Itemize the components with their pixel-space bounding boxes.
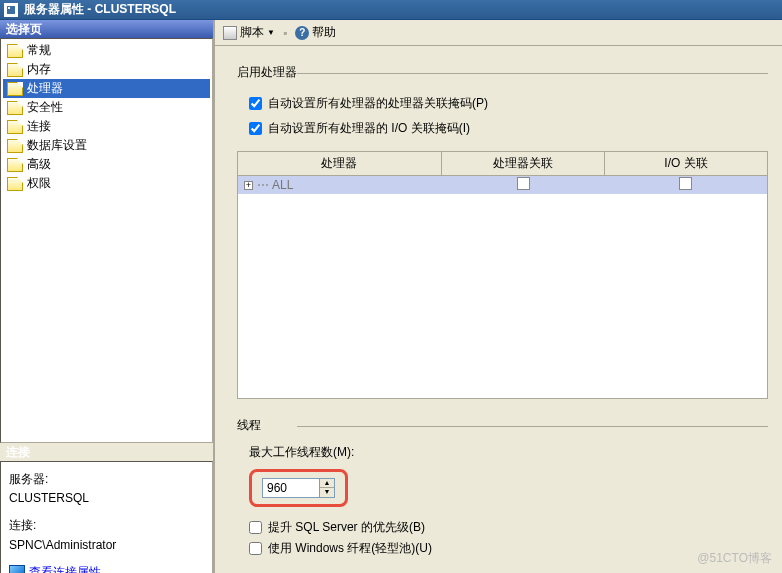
auto-processor-affinity-checkbox[interactable]: 自动设置所有处理器的处理器关联掩码(P) [249,95,768,112]
use-fibers-checkbox[interactable]: 使用 Windows 纤程(轻型池)(U) [249,540,768,557]
tree-item-advanced[interactable]: 高级 [3,155,210,174]
tree-item-general[interactable]: 常规 [3,41,210,60]
boost-priority-checkbox[interactable]: 提升 SQL Server 的优先级(B) [249,519,768,536]
grid-row-all[interactable]: + ⋯ ALL [238,176,767,194]
page-tree[interactable]: 常规 内存 处理器 安全性 连接 数据库设置 高级 权限 [0,38,213,443]
script-button[interactable]: 脚本 ▼ [223,24,275,41]
window-icon [4,3,18,17]
select-page-header: 选择页 [0,20,213,38]
tree-item-security[interactable]: 安全性 [3,98,210,117]
auto-io-affinity-checkbox[interactable]: 自动设置所有处理器的 I/O 关联掩码(I) [249,120,768,137]
col-io-affinity[interactable]: I/O 关联 [605,152,767,175]
page-icon [7,63,23,77]
conn-label: 连接: [9,516,204,535]
page-icon [7,82,23,96]
chevron-down-icon: ▼ [267,28,275,37]
spinner-down-icon[interactable]: ▼ [320,488,334,497]
svg-rect-1 [8,7,10,9]
left-panel: 选择页 常规 内存 处理器 安全性 连接 数据库设置 高级 权限 连接 服务器:… [0,20,215,573]
tree-item-database-settings[interactable]: 数据库设置 [3,136,210,155]
checkbox-input[interactable] [249,122,262,135]
server-label: 服务器: [9,470,204,489]
processors-group-label: 启用处理器 [237,64,768,81]
io-checkbox[interactable] [679,177,692,190]
page-icon [7,120,23,134]
page-icon [7,101,23,115]
max-threads-label: 最大工作线程数(M): [249,444,768,461]
checkbox-input[interactable] [249,97,262,110]
highlight-annotation: ▲ ▼ [249,469,348,507]
connection-info: 服务器: CLUSTERSQL 连接: SPNC\Administrator 查… [0,461,213,573]
expand-icon[interactable]: + [244,181,253,190]
page-icon [7,177,23,191]
page-icon [7,139,23,153]
tree-item-memory[interactable]: 内存 [3,60,210,79]
help-icon: ? [295,26,309,40]
affinity-checkbox[interactable] [517,177,530,190]
right-panel: 脚本 ▼ ▪ ? 帮助 启用处理器 自动设置所有处理器的处理器关联掩码(P) 自… [215,20,782,573]
toolbar: 脚本 ▼ ▪ ? 帮助 [215,20,782,46]
col-processor-affinity[interactable]: 处理器关联 [442,152,605,175]
help-button[interactable]: ? 帮助 [295,24,336,41]
link-icon [9,565,25,573]
threads-group-label: 线程 [237,417,768,434]
checkbox-input[interactable] [249,542,262,555]
tree-item-permissions[interactable]: 权限 [3,174,210,193]
col-processor[interactable]: 处理器 [238,152,442,175]
processor-grid: 处理器 处理器关联 I/O 关联 + ⋯ ALL [237,151,768,399]
tree-item-processors[interactable]: 处理器 [3,79,210,98]
grid-header: 处理器 处理器关联 I/O 关联 [238,152,767,176]
page-icon [7,44,23,58]
view-connection-properties-link[interactable]: 查看连接属性 [9,563,101,573]
checkbox-input[interactable] [249,521,262,534]
watermark: @51CTO博客 [697,550,772,567]
dots-icon: ⋯ [257,178,268,192]
server-value: CLUSTERSQL [9,489,204,508]
max-threads-input[interactable] [263,479,319,497]
tree-item-connections[interactable]: 连接 [3,117,210,136]
script-icon [223,26,237,40]
max-threads-spinner[interactable]: ▲ ▼ [262,478,335,498]
spinner-up-icon[interactable]: ▲ [320,479,334,488]
window-title: 服务器属性 - CLUSTERSQL [24,1,176,18]
conn-value: SPNC\Administrator [9,536,204,555]
page-icon [7,158,23,172]
connection-header: 连接 [0,443,213,461]
title-bar: 服务器属性 - CLUSTERSQL [0,0,782,20]
